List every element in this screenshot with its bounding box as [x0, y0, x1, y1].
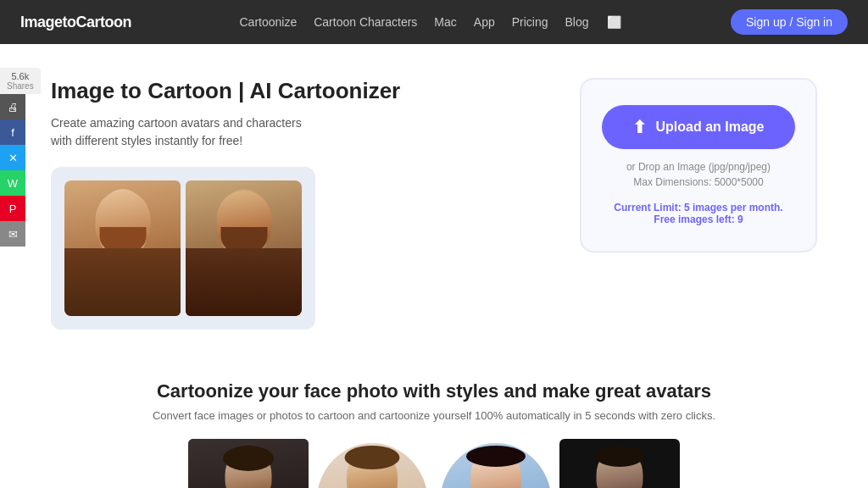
shares-label: Shares: [7, 81, 34, 91]
avatar-card-3[interactable]: [436, 439, 556, 488]
email-button[interactable]: ✉: [0, 221, 25, 247]
social-sidebar: 5.6k Shares 🖨 f ✕ W P ✉: [0, 68, 41, 247]
avatar-card-4[interactable]: [559, 439, 680, 488]
avatar-grid: [188, 439, 680, 488]
signup-button[interactable]: Sign up / Sign in: [731, 9, 848, 35]
chat-icon[interactable]: ⬜: [606, 14, 623, 30]
upload-box: ⬆ Upload an Image or Drop an Image (jpg/…: [580, 78, 817, 252]
shares-count: 5.6k: [7, 71, 34, 81]
hero-image-wrapper: [51, 167, 315, 330]
whatsapp-button[interactable]: W: [0, 170, 25, 196]
hero-title: Image to Cartoon | AI Cartoonizer: [51, 78, 554, 104]
nav-links: Cartoonize Cartoon Characters Mac App Pr…: [239, 14, 622, 30]
hero-section: Image to Cartoon | AI Cartoonizer Create…: [0, 44, 868, 363]
print-button[interactable]: 🖨: [0, 94, 25, 119]
avatar-card-2[interactable]: [312, 439, 432, 488]
twitter-button[interactable]: ✕: [0, 145, 25, 170]
avatar-card-1[interactable]: [188, 439, 309, 488]
upload-limit-count: 9: [737, 214, 743, 225]
hero-left: Image to Cartoon | AI Cartoonizer Create…: [51, 78, 554, 330]
nav-app[interactable]: App: [474, 15, 495, 29]
upload-max-text: Max Dimensions: 5000*5000: [602, 176, 795, 188]
upload-limit: Current Limit: 5 images per month. Free …: [602, 202, 795, 225]
face-cartoon-right: [186, 180, 302, 316]
site-logo[interactable]: ImagetoCartoon: [20, 14, 131, 31]
upload-limit-text: Current Limit: 5 images per month. Free …: [614, 202, 782, 225]
upload-icon: ⬆: [632, 117, 647, 137]
hero-image: [64, 180, 302, 316]
facebook-button[interactable]: f: [0, 119, 25, 145]
nav-cartoon-characters[interactable]: Cartoon Characters: [314, 15, 417, 29]
hero-subtitle: Create amazing cartoon avatars and chara…: [51, 114, 322, 150]
section-subtitle: Convert face images or photos to cartoon…: [51, 409, 817, 422]
social-count: 5.6k Shares: [0, 68, 41, 94]
nav-blog[interactable]: Blog: [565, 15, 589, 29]
avatars-section: Cartoonize your face photo with styles a…: [0, 363, 868, 488]
nav-mac[interactable]: Mac: [434, 15, 456, 29]
pinterest-button[interactable]: P: [0, 196, 25, 221]
navbar: ImagetoCartoon Cartoonize Cartoon Charac…: [0, 0, 868, 44]
upload-button[interactable]: ⬆ Upload an Image: [602, 105, 795, 149]
section-title: Cartoonize your face photo with styles a…: [51, 380, 817, 402]
nav-cartoonize[interactable]: Cartoonize: [239, 15, 297, 29]
face-photo-left: [64, 180, 181, 316]
upload-label: Upload an Image: [655, 119, 764, 135]
upload-or-text: or Drop an Image (jpg/png/jpeg): [602, 161, 795, 173]
nav-pricing[interactable]: Pricing: [512, 15, 548, 29]
